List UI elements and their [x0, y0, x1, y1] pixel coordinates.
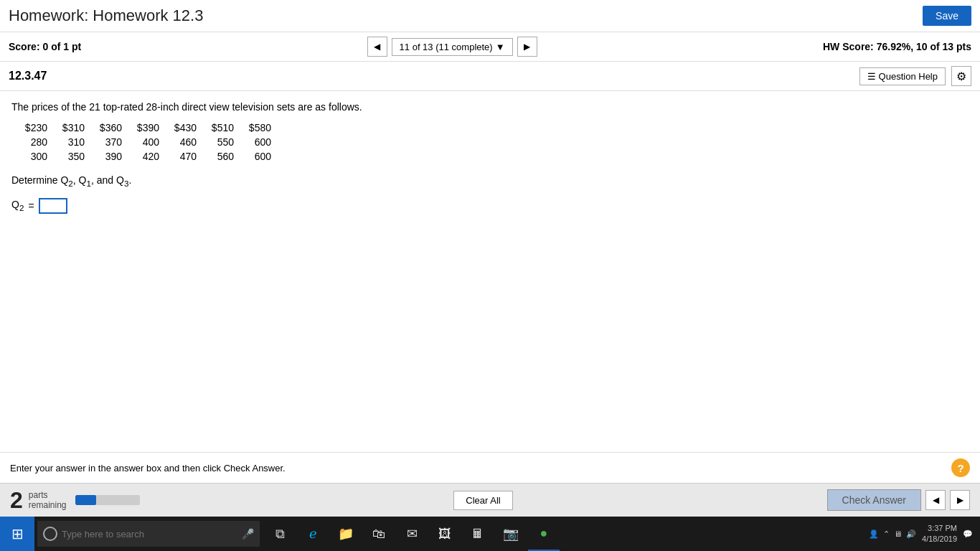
table-cell: 550: [211, 136, 247, 149]
table-row: 280310370400460550600: [24, 136, 284, 149]
question-help-label: Question Help: [879, 71, 938, 82]
score-value: 0 of 1 pt: [42, 41, 81, 52]
nav-dropdown-icon: ▼: [496, 42, 505, 52]
table-cell: 390: [99, 150, 135, 163]
question-header-right: ☰ Question Help ⚙: [859, 66, 971, 86]
table-cell: $360: [99, 121, 135, 134]
page-title: Homework: Homework 12.3: [9, 6, 203, 25]
score-label: Score:: [9, 41, 40, 52]
table-cell: 350: [62, 150, 98, 163]
list-icon: ☰: [867, 71, 876, 82]
q2-label-sub: 2: [19, 203, 24, 212]
table-cell: 460: [174, 136, 209, 149]
table-cell: 300: [24, 150, 60, 163]
q1-subscript: 1: [87, 179, 91, 188]
table-cell: $580: [248, 121, 284, 134]
score-display: Score: 0 of 1 pt: [9, 41, 81, 52]
q2-subscript: 2: [68, 179, 72, 188]
table-cell: 420: [136, 150, 172, 163]
table-cell: $310: [62, 121, 98, 134]
answer-row: Q2 =: [11, 198, 969, 214]
nav-prev-button[interactable]: ◀: [367, 37, 387, 57]
question-number: 12.3.47: [9, 70, 47, 83]
table-cell: 470: [174, 150, 209, 163]
table-cell: $390: [136, 121, 172, 134]
table-cell: 280: [24, 136, 60, 149]
data-table-body: $230$310$360$390$430$510$580280310370400…: [24, 121, 284, 163]
table-row: $230$310$360$390$430$510$580: [24, 121, 284, 134]
table-cell: $430: [174, 121, 209, 134]
save-button[interactable]: Save: [923, 6, 971, 26]
table-cell: $230: [24, 121, 60, 134]
table-cell: $510: [211, 121, 247, 134]
data-table: $230$310$360$390$430$510$580280310370400…: [23, 120, 286, 164]
question-help-button[interactable]: ☰ Question Help: [859, 67, 946, 85]
main-content: The prices of the 21 top-rated 28-inch d…: [0, 91, 980, 378]
table-row: 300350390420470560600: [24, 150, 284, 163]
nav-controls: ◀ 11 of 13 (11 complete) ▼ ▶: [367, 37, 537, 57]
hw-score-label: HW Score:: [823, 41, 874, 52]
table-cell: 400: [136, 136, 172, 149]
equals-sign: =: [28, 200, 34, 212]
table-cell: 310: [62, 136, 98, 149]
q2-input[interactable]: [39, 198, 67, 214]
table-cell: 560: [211, 150, 247, 163]
q3-subscript: 3: [124, 179, 128, 188]
q2-label: Q2: [11, 199, 24, 212]
gear-icon: ⚙: [956, 70, 966, 83]
hw-score-value: 76.92%, 10 of 13 pts: [877, 41, 971, 52]
score-bar: Score: 0 of 1 pt ◀ 11 of 13 (11 complete…: [0, 32, 980, 62]
question-header: 12.3.47 ☰ Question Help ⚙: [0, 62, 980, 91]
problem-text: The prices of the 21 top-rated 28-inch d…: [11, 101, 969, 113]
table-cell: 600: [248, 136, 284, 149]
page-header: Homework: Homework 12.3 Save: [0, 0, 980, 32]
settings-button[interactable]: ⚙: [951, 66, 971, 86]
hw-score-display: HW Score: 76.92%, 10 of 13 pts: [823, 41, 971, 52]
table-cell: 370: [99, 136, 135, 149]
determine-text: Determine Q2, Q1, and Q3.: [11, 174, 969, 188]
nav-label-text: 11 of 13 (11 complete): [400, 42, 493, 52]
nav-label[interactable]: 11 of 13 (11 complete) ▼: [392, 38, 513, 56]
nav-next-button[interactable]: ▶: [517, 37, 537, 57]
table-cell: 600: [248, 150, 284, 163]
